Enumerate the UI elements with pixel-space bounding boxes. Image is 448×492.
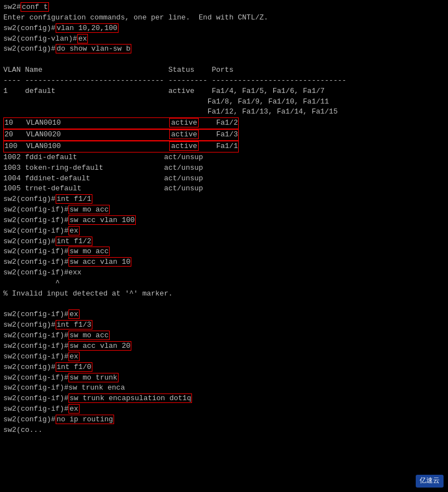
line-sw-mo-acc-2: sw2(config-if)#sw mo acc xyxy=(3,247,445,257)
cmd-sw-acc-100: sw acc vlan 100 xyxy=(68,215,136,225)
line-5: sw2(config)#do show vlan-sw b xyxy=(3,44,445,55)
line-blank-1 xyxy=(3,55,445,65)
line-int-f11: sw2(config)#int f1/1 xyxy=(3,194,445,205)
line-ex-3: sw2(config-if)#ex xyxy=(3,309,445,320)
line-int-f13: sw2(config)#int f1/3 xyxy=(3,320,445,331)
line-blank-2 xyxy=(3,299,445,310)
cmd-int-f12: int f1/2 xyxy=(56,237,92,246)
line-1: sw2#conf t xyxy=(3,2,445,13)
vlan-10-row: 10 VLAN0010 active Fa1/2 xyxy=(3,117,239,129)
line-last: sw2(co... xyxy=(3,425,445,436)
cmd-sw-mo-trunk: sw mo trunk xyxy=(68,373,119,382)
line-vlan-divider: ---- -------------------------------- --… xyxy=(3,76,445,86)
line-vlan-20: 20 VLAN0020 active Fa1/3 xyxy=(3,129,445,141)
line-1002: 1002 fddi-default act/unsup xyxy=(3,152,445,163)
cmd-int-f11: int f1/1 xyxy=(56,194,92,204)
line-sw-acc-20: sw2(config-if)#sw acc vlan 20 xyxy=(3,341,445,352)
cmd-no-ip-routing: no ip routing xyxy=(56,415,114,424)
vlan-100-row: 100 VLAN0100 active Fa1/1 xyxy=(3,141,239,152)
line-sw-acc-10: sw2(config-if)#sw acc vlan 10 xyxy=(3,257,445,268)
line-caret: ^ xyxy=(3,278,445,289)
cmd-ex-5: ex xyxy=(68,404,80,414)
line-3: sw2(config)#vlan 10,20,100 xyxy=(3,23,445,34)
line-sw-trunk-encap: sw2(config-if)#sw trunk encapsulation do… xyxy=(3,393,445,404)
cmd-ex-2: ex xyxy=(68,226,80,235)
line-vlan-default: 1 default active Fa1/4, Fa1/5, Fa1/6, Fa… xyxy=(3,86,445,97)
active-100: active xyxy=(169,141,199,151)
line-vlan-header: VLAN Name Status Ports xyxy=(3,65,445,76)
active-20: active xyxy=(169,130,199,139)
cmd-sw-acc-20: sw acc vlan 20 xyxy=(68,341,131,351)
line-no-ip-routing: sw2(config)#no ip routing xyxy=(3,415,445,425)
cmd-ex-4: ex xyxy=(68,352,80,361)
line-4: sw2(config-vlan)#ex xyxy=(3,34,445,45)
line-sw-mo-trunk: sw2(config-if)#sw mo trunk xyxy=(3,373,445,383)
cmd-int-f10: int f1/0 xyxy=(56,362,92,372)
cmd-sw-mo-acc-3: sw mo acc xyxy=(68,331,110,340)
cmd-sw-mo-acc-1: sw mo acc xyxy=(68,205,110,214)
line-vlan-default-2: Fa1/8, Fa1/9, Fa1/10, Fa1/11 xyxy=(3,97,445,107)
cmd-ex-3: ex xyxy=(68,309,80,319)
cmd-sw-mo-acc-2: sw mo acc xyxy=(68,247,110,256)
cmd-do-show: do show vlan-sw b xyxy=(56,44,132,53)
line-1004: 1004 fddinet-default act/unsup xyxy=(3,174,445,184)
cmd-conf-t: conf t xyxy=(21,2,49,12)
line-int-f10: sw2(config)#int f1/0 xyxy=(3,362,445,373)
line-ex-5: sw2(config-if)#ex xyxy=(3,404,445,415)
line-vlan-10: 10 VLAN0010 active Fa1/2 xyxy=(3,117,445,129)
terminal: sw2#conf t Enter configuration commands,… xyxy=(0,0,448,492)
cmd-sw-acc-10: sw acc vlan 10 xyxy=(68,257,131,267)
line-ex-4: sw2(config-if)#ex xyxy=(3,352,445,362)
line-sw-mo-acc-1: sw2(config-if)#sw mo acc xyxy=(3,205,445,215)
active-10: active xyxy=(169,118,199,127)
watermark: 亿速云 xyxy=(416,475,444,488)
cmd-ex-1: ex xyxy=(77,34,88,43)
line-2: Enter configuration commands, one per li… xyxy=(3,13,445,23)
line-sw-mo-acc-3: sw2(config-if)#sw mo acc xyxy=(3,331,445,341)
line-invalid: % Invalid input detected at '^' marker. xyxy=(3,289,445,299)
cmd-vlan: vlan 10,20,100 xyxy=(56,23,119,33)
line-ex-2: sw2(config-if)#ex xyxy=(3,226,445,237)
line-1003: 1003 token-ring-default act/unsup xyxy=(3,163,445,174)
line-sw-acc-100: sw2(config-if)#sw acc vlan 100 xyxy=(3,215,445,226)
line-exx: sw2(config-if)#exx xyxy=(3,268,445,278)
cmd-int-f13: int f1/3 xyxy=(56,320,92,329)
line-sw-trunk-enca: sw2(config-if)#sw trunk enca xyxy=(3,383,445,393)
vlan-20-row: 20 VLAN0020 active Fa1/3 xyxy=(3,129,239,141)
line-vlan-default-3: Fa1/12, Fa1/13, Fa1/14, Fa1/15 xyxy=(3,107,445,117)
line-1005: 1005 trnet-default act/unsup xyxy=(3,184,445,194)
cmd-sw-trunk-encap: sw trunk encapsulation dot1q xyxy=(68,393,192,403)
line-vlan-100: 100 VLAN0100 active Fa1/1 xyxy=(3,141,445,152)
line-int-f12: sw2(config)#int f1/2 xyxy=(3,237,445,247)
